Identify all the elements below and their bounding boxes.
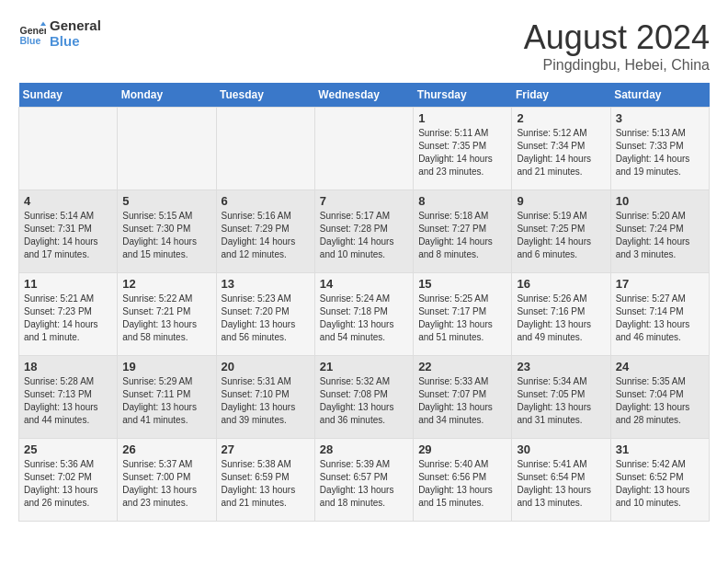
page-header: General Blue General Blue August 2024 Pi…	[18, 18, 710, 74]
page-title: August 2024	[524, 18, 710, 57]
day-cell-16: 16Sunrise: 5:26 AM Sunset: 7:16 PM Dayli…	[512, 273, 610, 356]
day-number: 4	[24, 194, 112, 208]
day-cell-28: 28Sunrise: 5:39 AM Sunset: 6:57 PM Dayli…	[314, 439, 413, 522]
logo-text-general: General	[50, 18, 101, 34]
day-detail: Sunrise: 5:42 AM Sunset: 6:52 PM Dayligh…	[616, 458, 704, 510]
day-detail: Sunrise: 5:23 AM Sunset: 7:20 PM Dayligh…	[222, 293, 310, 344]
logo: General Blue General Blue	[18, 18, 101, 49]
day-detail: Sunrise: 5:38 AM Sunset: 6:59 PM Dayligh…	[222, 458, 310, 510]
day-cell-23: 23Sunrise: 5:34 AM Sunset: 7:05 PM Dayli…	[512, 356, 610, 439]
title-block: August 2024 Pingdingbu, Hebei, China	[524, 18, 710, 74]
calendar-table: SundayMondayTuesdayWednesdayThursdayFrid…	[18, 83, 710, 522]
logo-icon: General Blue	[18, 20, 46, 48]
day-number: 7	[320, 194, 408, 208]
day-detail: Sunrise: 5:22 AM Sunset: 7:21 PM Dayligh…	[122, 293, 210, 344]
day-number: 30	[517, 442, 605, 456]
weekday-header-tuesday: Tuesday	[216, 83, 314, 108]
day-cell-26: 26Sunrise: 5:37 AM Sunset: 7:00 PM Dayli…	[118, 439, 216, 522]
day-number: 18	[24, 360, 112, 373]
day-number: 11	[24, 277, 112, 291]
day-detail: Sunrise: 5:14 AM Sunset: 7:31 PM Dayligh…	[24, 210, 112, 261]
day-number: 20	[222, 360, 310, 373]
day-detail: Sunrise: 5:32 AM Sunset: 7:08 PM Dayligh…	[320, 375, 408, 427]
day-detail: Sunrise: 5:34 AM Sunset: 7:05 PM Dayligh…	[517, 375, 605, 427]
weekday-header-row: SundayMondayTuesdayWednesdayThursdayFrid…	[19, 83, 710, 108]
day-number: 9	[517, 194, 605, 208]
day-detail: Sunrise: 5:12 AM Sunset: 7:34 PM Dayligh…	[517, 127, 605, 178]
day-detail: Sunrise: 5:31 AM Sunset: 7:10 PM Dayligh…	[222, 375, 310, 427]
weekday-header-friday: Friday	[512, 83, 610, 108]
day-cell-10: 10Sunrise: 5:20 AM Sunset: 7:24 PM Dayli…	[610, 190, 709, 273]
day-cell-24: 24Sunrise: 5:35 AM Sunset: 7:04 PM Dayli…	[610, 356, 709, 439]
day-detail: Sunrise: 5:13 AM Sunset: 7:33 PM Dayligh…	[616, 127, 704, 178]
day-number: 29	[418, 442, 506, 456]
day-number: 12	[122, 277, 210, 291]
day-number: 17	[616, 277, 704, 291]
weekday-header-monday: Monday	[118, 83, 216, 108]
day-detail: Sunrise: 5:11 AM Sunset: 7:35 PM Dayligh…	[418, 127, 506, 178]
day-number: 13	[222, 277, 310, 291]
weekday-header-thursday: Thursday	[414, 83, 512, 108]
day-cell-30: 30Sunrise: 5:41 AM Sunset: 6:54 PM Dayli…	[512, 439, 610, 522]
empty-cell	[118, 108, 216, 190]
day-cell-15: 15Sunrise: 5:25 AM Sunset: 7:17 PM Dayli…	[414, 273, 512, 356]
day-cell-6: 6Sunrise: 5:16 AM Sunset: 7:29 PM Daylig…	[216, 190, 314, 273]
page-subtitle: Pingdingbu, Hebei, China	[524, 57, 710, 74]
logo-text-blue: Blue	[50, 34, 101, 50]
day-number: 15	[418, 277, 506, 291]
day-number: 19	[122, 360, 210, 373]
week-row-1: 1Sunrise: 5:11 AM Sunset: 7:35 PM Daylig…	[19, 108, 710, 190]
day-cell-27: 27Sunrise: 5:38 AM Sunset: 6:59 PM Dayli…	[216, 439, 314, 522]
day-detail: Sunrise: 5:33 AM Sunset: 7:07 PM Dayligh…	[418, 375, 506, 427]
day-detail: Sunrise: 5:39 AM Sunset: 6:57 PM Dayligh…	[320, 458, 408, 510]
day-cell-1: 1Sunrise: 5:11 AM Sunset: 7:35 PM Daylig…	[414, 108, 512, 190]
day-detail: Sunrise: 5:41 AM Sunset: 6:54 PM Dayligh…	[517, 458, 605, 510]
day-number: 6	[222, 194, 310, 208]
weekday-header-wednesday: Wednesday	[314, 83, 413, 108]
week-row-4: 18Sunrise: 5:28 AM Sunset: 7:13 PM Dayli…	[19, 356, 710, 439]
day-detail: Sunrise: 5:21 AM Sunset: 7:23 PM Dayligh…	[24, 293, 112, 344]
day-detail: Sunrise: 5:26 AM Sunset: 7:16 PM Dayligh…	[517, 293, 605, 344]
day-number: 14	[320, 277, 408, 291]
day-number: 1	[418, 111, 506, 125]
empty-cell	[216, 108, 314, 190]
day-number: 3	[616, 111, 704, 125]
svg-text:Blue: Blue	[20, 34, 41, 45]
day-number: 28	[320, 442, 408, 456]
day-detail: Sunrise: 5:40 AM Sunset: 6:56 PM Dayligh…	[418, 458, 506, 510]
day-cell-5: 5Sunrise: 5:15 AM Sunset: 7:30 PM Daylig…	[118, 190, 216, 273]
day-number: 16	[517, 277, 605, 291]
day-cell-22: 22Sunrise: 5:33 AM Sunset: 7:07 PM Dayli…	[414, 356, 512, 439]
weekday-header-sunday: Sunday	[19, 83, 118, 108]
day-cell-31: 31Sunrise: 5:42 AM Sunset: 6:52 PM Dayli…	[610, 439, 709, 522]
day-cell-29: 29Sunrise: 5:40 AM Sunset: 6:56 PM Dayli…	[414, 439, 512, 522]
day-number: 22	[418, 360, 506, 373]
day-cell-14: 14Sunrise: 5:24 AM Sunset: 7:18 PM Dayli…	[314, 273, 413, 356]
day-number: 26	[122, 442, 210, 456]
day-detail: Sunrise: 5:17 AM Sunset: 7:28 PM Dayligh…	[320, 210, 408, 261]
day-number: 31	[616, 442, 704, 456]
day-detail: Sunrise: 5:29 AM Sunset: 7:11 PM Dayligh…	[122, 375, 210, 427]
day-number: 27	[222, 442, 310, 456]
day-cell-13: 13Sunrise: 5:23 AM Sunset: 7:20 PM Dayli…	[216, 273, 314, 356]
day-number: 8	[418, 194, 506, 208]
day-detail: Sunrise: 5:35 AM Sunset: 7:04 PM Dayligh…	[616, 375, 704, 427]
day-detail: Sunrise: 5:37 AM Sunset: 7:00 PM Dayligh…	[122, 458, 210, 510]
day-cell-12: 12Sunrise: 5:22 AM Sunset: 7:21 PM Dayli…	[118, 273, 216, 356]
day-cell-20: 20Sunrise: 5:31 AM Sunset: 7:10 PM Dayli…	[216, 356, 314, 439]
empty-cell	[314, 108, 413, 190]
day-cell-19: 19Sunrise: 5:29 AM Sunset: 7:11 PM Dayli…	[118, 356, 216, 439]
day-detail: Sunrise: 5:24 AM Sunset: 7:18 PM Dayligh…	[320, 293, 408, 344]
day-detail: Sunrise: 5:20 AM Sunset: 7:24 PM Dayligh…	[616, 210, 704, 261]
day-number: 21	[320, 360, 408, 373]
day-number: 23	[517, 360, 605, 373]
day-cell-11: 11Sunrise: 5:21 AM Sunset: 7:23 PM Dayli…	[19, 273, 118, 356]
week-row-3: 11Sunrise: 5:21 AM Sunset: 7:23 PM Dayli…	[19, 273, 710, 356]
day-cell-9: 9Sunrise: 5:19 AM Sunset: 7:25 PM Daylig…	[512, 190, 610, 273]
day-detail: Sunrise: 5:27 AM Sunset: 7:14 PM Dayligh…	[616, 293, 704, 344]
day-detail: Sunrise: 5:16 AM Sunset: 7:29 PM Dayligh…	[222, 210, 310, 261]
day-cell-4: 4Sunrise: 5:14 AM Sunset: 7:31 PM Daylig…	[19, 190, 118, 273]
day-detail: Sunrise: 5:25 AM Sunset: 7:17 PM Dayligh…	[418, 293, 506, 344]
day-cell-2: 2Sunrise: 5:12 AM Sunset: 7:34 PM Daylig…	[512, 108, 610, 190]
day-cell-17: 17Sunrise: 5:27 AM Sunset: 7:14 PM Dayli…	[610, 273, 709, 356]
